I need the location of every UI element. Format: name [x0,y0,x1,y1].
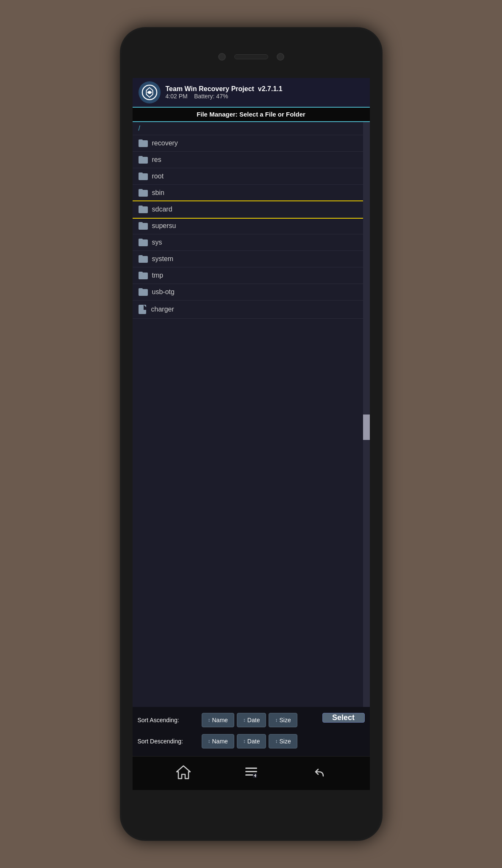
phone-bottom-bar [120,790,383,832]
svg-point-1 [148,91,151,94]
twrp-logo-icon [141,84,158,100]
sort-asc-size-icon: ↕ [275,717,277,723]
file-item[interactable]: system [133,251,370,267]
nav-bar [133,756,370,790]
folder-icon [139,189,148,197]
file-area[interactable]: / recoveryresrootsbinsdcardsupersusyssys… [133,122,370,707]
back-button[interactable] [307,760,331,787]
sort-desc-size-icon: ↕ [275,738,277,744]
folder-icon [139,288,148,296]
file-icon [139,305,146,314]
earpiece-speaker [234,54,268,59]
scrollbar-track[interactable] [363,122,370,707]
folder-icon [139,255,148,263]
sort-asc-size-label: Size [279,717,291,723]
folder-icon [139,239,148,246]
file-item[interactable]: root [133,168,370,185]
sort-ascending-buttons: ↕ Name ↕ Date ↕ Size [202,713,319,727]
sort-asc-name-button[interactable]: ↕ Name [202,713,234,727]
file-item-name: tmp [152,272,164,279]
sort-ascending-label: Sort Ascending: [138,717,199,723]
sort-ascending-row: Sort Ascending: ↕ Name ↕ Date ↕ [138,713,319,727]
sort-asc-date-label: Date [247,717,260,723]
file-item[interactable]: sys [133,234,370,251]
svg-rect-5 [245,774,254,776]
file-item[interactable]: charger [133,300,370,319]
file-item-name: recovery [152,139,178,147]
sort-asc-date-button[interactable]: ↕ Date [237,713,266,727]
sort-desc-name-icon: ↕ [208,738,211,744]
title-bar: File Manager: Select a File or Folder [133,107,370,122]
phone-device: Team Win Recovery Project v2.7.1.1 4:02 … [120,27,383,841]
svg-rect-4 [245,771,257,772]
file-item[interactable]: recovery [133,135,370,152]
sort-asc-size-button[interactable]: ↕ Size [269,713,297,727]
folder-icon [139,156,148,164]
sort-desc-date-icon: ↕ [243,738,246,744]
status-bar: Team Win Recovery Project v2.7.1.1 4:02 … [133,78,370,107]
file-list: recoveryresrootsbinsdcardsupersusyssyste… [133,135,370,319]
status-info: Team Win Recovery Project v2.7.1.1 4:02 … [166,85,283,100]
sort-descending-label: Sort Descending: [138,738,199,745]
sort-desc-name-button[interactable]: ↕ Name [202,734,234,748]
sort-descending-row: Sort Descending: ↕ Name ↕ Date ↕ [138,734,319,748]
file-item-name: supersu [152,222,176,230]
phone-screen: Team Win Recovery Project v2.7.1.1 4:02 … [133,78,370,790]
title-bar-text: File Manager: Select a File or Folder [197,111,305,118]
app-title: Team Win Recovery Project v2.7.1.1 [166,85,283,93]
sort-grid: Sort Ascending: ↕ Name ↕ Date ↕ [138,713,365,752]
status-time-battery: 4:02 PM Battery: 47% [166,93,283,100]
menu-button[interactable] [239,760,263,787]
sort-desc-name-label: Name [212,738,228,745]
file-item-name: root [152,172,164,180]
file-item[interactable]: sdcard [133,201,370,218]
sort-desc-date-label: Date [247,738,260,745]
phone-top-bar [120,27,383,78]
bottom-controls: Sort Ascending: ↕ Name ↕ Date ↕ [133,707,370,756]
sort-desc-size-button[interactable]: ↕ Size [269,734,297,748]
file-item[interactable]: tmp [133,267,370,284]
sort-descending-buttons: ↕ Name ↕ Date ↕ Size [202,734,319,748]
file-item-name: system [152,255,174,263]
sort-asc-name-label: Name [212,717,228,723]
file-item-name: sbin [152,189,164,197]
folder-icon [139,139,148,147]
file-item[interactable]: supersu [133,218,370,234]
file-item-name: sdcard [152,206,172,213]
folder-icon [139,222,148,230]
file-item[interactable]: usb-otg [133,284,370,300]
scrollbar-thumb[interactable] [363,415,370,440]
folder-icon [139,206,148,213]
file-item-name: res [152,156,161,164]
folder-icon [139,172,148,180]
file-item-name: charger [151,306,174,313]
sort-desc-date-button[interactable]: ↕ Date [237,734,266,748]
svg-rect-3 [245,768,257,769]
sort-desc-size-label: Size [279,738,291,745]
file-item-name: sys [152,239,162,246]
file-item[interactable]: res [133,152,370,168]
sort-asc-date-icon: ↕ [243,717,246,723]
svg-rect-8 [255,774,256,777]
svg-marker-2 [177,766,190,779]
file-item[interactable]: sbin [133,185,370,201]
sort-asc-name-icon: ↕ [208,717,211,723]
front-camera [218,53,226,61]
folder-icon [139,272,148,279]
file-item-name: usb-otg [152,288,175,296]
select-button[interactable]: Select [322,713,365,723]
twrp-logo [139,81,161,103]
light-sensor [277,53,284,61]
sort-columns: Sort Ascending: ↕ Name ↕ Date ↕ [138,713,319,752]
current-path: / [133,122,370,135]
home-button[interactable] [172,760,195,787]
